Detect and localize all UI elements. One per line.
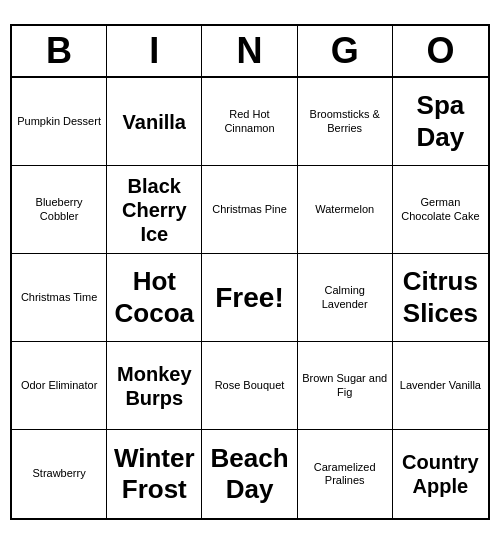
bingo-cell: Watermelon [298, 166, 393, 254]
bingo-cell: Country Apple [393, 430, 488, 518]
bingo-letter: G [298, 26, 393, 76]
bingo-cell: Beach Day [202, 430, 297, 518]
bingo-cell: Red Hot Cinnamon [202, 78, 297, 166]
bingo-cell: Vanilla [107, 78, 202, 166]
bingo-cell: Brown Sugar and Fig [298, 342, 393, 430]
bingo-letter: I [107, 26, 202, 76]
bingo-header: BINGO [12, 26, 488, 78]
bingo-cell: Monkey Burps [107, 342, 202, 430]
bingo-cell: Christmas Pine [202, 166, 297, 254]
bingo-cell: Calming Lavender [298, 254, 393, 342]
bingo-cell: Lavender Vanilla [393, 342, 488, 430]
bingo-cell: Blueberry Cobbler [12, 166, 107, 254]
bingo-cell: German Chocolate Cake [393, 166, 488, 254]
bingo-cell: Caramelized Pralines [298, 430, 393, 518]
bingo-cell: Free! [202, 254, 297, 342]
bingo-cell: Odor Eliminator [12, 342, 107, 430]
bingo-cell: Black Cherry Ice [107, 166, 202, 254]
bingo-cell: Winter Frost [107, 430, 202, 518]
bingo-cell: Broomsticks & Berries [298, 78, 393, 166]
bingo-cell: Spa Day [393, 78, 488, 166]
bingo-cell: Strawberry [12, 430, 107, 518]
bingo-cell: Pumpkin Dessert [12, 78, 107, 166]
bingo-letter: B [12, 26, 107, 76]
bingo-cell: Christmas Time [12, 254, 107, 342]
bingo-cell: Rose Bouquet [202, 342, 297, 430]
bingo-letter: N [202, 26, 297, 76]
bingo-grid: Pumpkin DessertVanillaRed Hot CinnamonBr… [12, 78, 488, 518]
bingo-letter: O [393, 26, 488, 76]
bingo-cell: Citrus Slices [393, 254, 488, 342]
bingo-card: BINGO Pumpkin DessertVanillaRed Hot Cinn… [10, 24, 490, 520]
bingo-cell: Hot Cocoa [107, 254, 202, 342]
